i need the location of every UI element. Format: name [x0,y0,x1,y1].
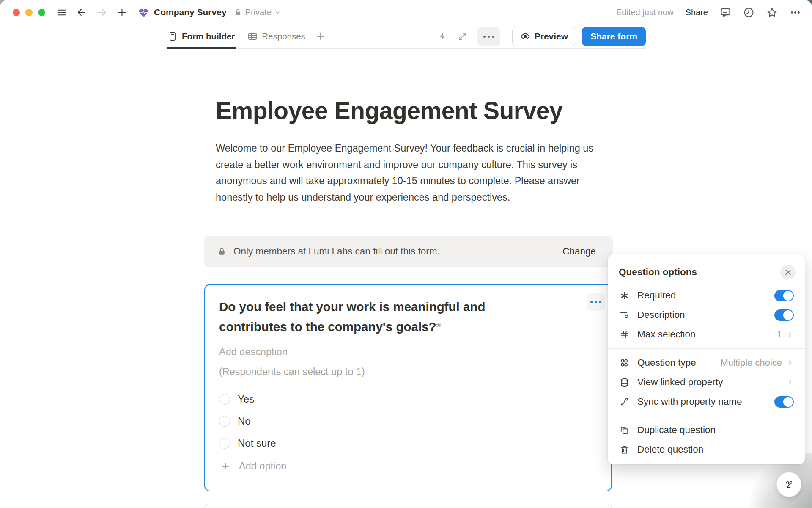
toolbar-more-button[interactable] [477,27,500,46]
access-banner-text: Only members at Lumi Labs can fill out t… [233,246,440,257]
share-form-button[interactable]: Share form [582,27,646,46]
radio-circle-icon[interactable] [219,416,230,427]
plus-icon [220,461,230,471]
new-tab-plus-icon[interactable] [117,7,127,18]
asterisk-icon [619,291,630,301]
chevron-right-icon [786,331,794,338]
popup-row-sync-property-name[interactable]: Sync with property name [608,392,805,411]
options-list: Yes No Not sure [219,388,596,454]
comments-icon[interactable] [720,7,731,18]
expand-icon[interactable] [458,32,467,41]
lock-icon [217,247,227,257]
question-title[interactable]: Do you feel that your work is meaningful… [219,297,515,337]
ai-face-icon [782,478,796,492]
page-heart-pulse-icon [138,7,150,18]
next-question-card-edge [204,504,612,508]
chevron-right-icon [786,378,794,386]
popup-row-duplicate-question[interactable]: Duplicate question [608,420,805,440]
description-lines-icon [619,310,630,320]
minimize-window-button[interactable] [25,9,33,16]
radio-circle-icon[interactable] [219,438,230,449]
view-toolbar: Form builder Responses Preview Share for… [167,25,646,49]
traffic-lights [13,9,45,16]
sync-curve-icon [619,397,630,407]
selection-hint: (Respondents can select up to 1) [219,366,596,378]
popup-row-max-selection[interactable]: Max selection 1 [608,325,805,344]
history-clock-icon[interactable] [743,7,754,18]
close-window-button[interactable] [13,9,20,16]
duplicate-copy-icon [619,425,630,435]
tab-responses[interactable]: Responses [247,25,306,49]
more-ellipsis-icon[interactable] [790,7,801,18]
sidebar-menu-icon[interactable] [56,7,67,18]
automation-lightning-icon[interactable] [438,32,447,41]
privacy-dropdown[interactable]: Private [233,8,281,17]
hash-icon [619,330,630,340]
favorite-star-icon[interactable] [766,7,778,18]
eye-icon [520,31,530,41]
required-asterisk: * [436,320,441,334]
max-selection-value: 1 [777,329,782,340]
popup-title: Question options [619,267,697,278]
trash-icon [619,445,630,455]
zoom-window-button[interactable] [38,9,45,16]
option-row-yes[interactable]: Yes [219,388,596,410]
share-button[interactable]: Share [686,8,708,17]
database-icon [619,378,630,387]
responses-table-icon [247,31,258,41]
form-description: Welcome to our Employee Engagement Surve… [216,140,601,205]
access-banner: Only members at Lumi Labs can fill out t… [204,236,613,267]
required-toggle[interactable] [774,290,794,301]
add-view-plus-icon[interactable] [315,31,326,41]
popup-row-view-linked-property[interactable]: View linked property [608,373,805,392]
popup-row-question-type[interactable]: Question type Multiple choice [608,353,805,373]
question-options-button[interactable] [587,293,605,311]
popup-row-required[interactable]: Required [608,286,805,305]
option-row-not-sure[interactable]: Not sure [219,432,596,454]
question-options-popup: Question options Required Description Ma… [608,254,805,464]
add-description-placeholder[interactable]: Add description [219,346,596,358]
option-row-no[interactable]: No [219,410,596,432]
titlebar: Company Survey Private Edited just now S… [0,0,812,25]
close-icon[interactable] [780,265,796,280]
edited-timestamp: Edited just now [616,8,674,17]
forward-arrow-icon[interactable] [96,7,107,18]
question-card[interactable]: Do you feel that your work is meaningful… [204,284,612,491]
chevron-down-icon [274,9,281,16]
change-access-button[interactable]: Change [562,246,596,257]
question-type-value: Multiple choice [720,357,782,368]
preview-button[interactable]: Preview [512,27,576,46]
document-title[interactable]: Company Survey [154,7,227,17]
popup-divider [608,348,805,349]
back-arrow-icon[interactable] [76,7,87,18]
question-type-grid-icon [619,358,630,368]
sync-toggle[interactable] [774,396,794,408]
lock-icon [233,8,242,17]
popup-row-description[interactable]: Description [608,305,805,325]
page-title: Employee Engagement Survey [216,97,605,124]
chevron-right-icon [786,359,794,367]
form-builder-icon [167,31,178,41]
add-option-button[interactable]: Add option [219,455,596,477]
tab-form-builder[interactable]: Form builder [167,25,236,49]
popup-row-delete-question[interactable]: Delete question [608,440,805,459]
radio-circle-icon[interactable] [219,394,230,405]
description-toggle[interactable] [774,309,794,321]
popup-divider [608,416,805,416]
notion-ai-button[interactable] [776,472,801,497]
